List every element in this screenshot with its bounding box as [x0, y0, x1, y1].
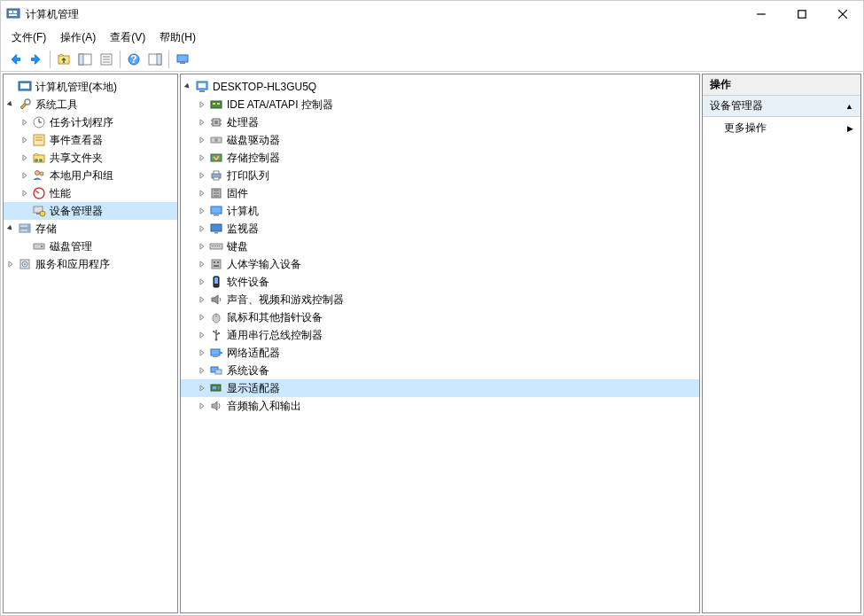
expander-icon[interactable] [195, 133, 209, 147]
up-button[interactable] [53, 49, 74, 70]
expander-icon[interactable] [195, 381, 209, 395]
expander-icon[interactable] [18, 133, 32, 147]
svg-point-31 [35, 159, 38, 162]
expander-icon[interactable] [195, 168, 209, 183]
device-ide-atapi[interactable]: IDE ATA/ATAPI 控制器 [181, 96, 699, 113]
storage-icon [18, 222, 32, 236]
svg-rect-54 [217, 103, 220, 105]
device-hid[interactable]: 人体学输入设备 [181, 255, 699, 273]
expander-icon[interactable] [18, 186, 32, 200]
expander-icon[interactable] [195, 239, 209, 253]
expander-icon[interactable] [195, 275, 209, 289]
forward-button[interactable] [26, 49, 47, 70]
device-computer[interactable]: 计算机 [181, 202, 699, 220]
expander-icon[interactable] [195, 328, 209, 342]
device-software-devices[interactable]: 软件设备 [181, 273, 699, 291]
expander-icon[interactable] [195, 97, 209, 112]
device-usb-controllers[interactable]: 通用串行总线控制器 [181, 326, 699, 344]
svg-rect-38 [36, 213, 40, 214]
tree-device-manager[interactable]: 设备管理器 [4, 202, 177, 220]
show-hide-action-pane-button[interactable] [144, 49, 166, 70]
tree-event-viewer[interactable]: 事件查看器 [4, 131, 177, 149]
tree-label: DESKTOP-HL3GU5Q [213, 81, 322, 93]
expander-icon[interactable] [195, 346, 209, 360]
back-button[interactable] [4, 49, 26, 70]
menu-file[interactable]: 文件(F) [4, 28, 53, 47]
device-sound-video-game[interactable]: 声音、视频和游戏控制器 [181, 291, 699, 308]
maximize-button[interactable] [782, 1, 822, 27]
submenu-icon: ▶ [847, 124, 853, 133]
device-computer-root[interactable]: DESKTOP-HL3GU5Q [181, 78, 699, 96]
tree-local-users[interactable]: 本地用户和组 [4, 167, 177, 184]
actions-section[interactable]: 设备管理器 ▲ [703, 96, 860, 117]
actions-section-label: 设备管理器 [710, 98, 763, 113]
tree-system-tools[interactable]: 系统工具 [4, 96, 177, 113]
expander-icon[interactable] [4, 257, 18, 271]
properties-button[interactable] [96, 49, 117, 70]
expander-icon[interactable] [4, 222, 18, 236]
device-display-adapters[interactable]: 显示适配器 [181, 379, 699, 397]
expander-icon[interactable] [195, 310, 209, 324]
expander-icon[interactable] [195, 292, 209, 307]
tree-label: 软件设备 [227, 275, 275, 290]
minimize-button[interactable] [741, 1, 782, 27]
help-button[interactable]: ? [123, 49, 144, 70]
software-device-icon [209, 275, 223, 289]
svg-rect-53 [213, 103, 215, 105]
scan-hardware-button[interactable] [172, 49, 193, 70]
menu-help[interactable]: 帮助(H) [152, 28, 203, 47]
device-system-devices[interactable]: 系统设备 [181, 362, 699, 379]
tree-task-scheduler[interactable]: 任务计划程序 [4, 113, 177, 131]
expander-icon[interactable] [18, 168, 32, 183]
speaker-icon [209, 292, 223, 307]
device-mice-pointing[interactable]: 鼠标和其他指针设备 [181, 308, 699, 326]
computer-management-icon [18, 80, 32, 94]
svg-rect-44 [34, 244, 44, 249]
svg-rect-10 [79, 54, 83, 65]
device-monitors[interactable]: 监视器 [181, 220, 699, 238]
menu-view[interactable]: 查看(V) [103, 28, 152, 47]
tree-root[interactable]: 计算机管理(本地) [4, 78, 177, 96]
svg-point-39 [40, 211, 45, 216]
tree-disk-management[interactable]: 磁盘管理 [4, 238, 177, 255]
device-network-adapters[interactable]: 网络适配器 [181, 344, 699, 362]
tree-shared-folders[interactable]: 共享文件夹 [4, 149, 177, 167]
expander-icon[interactable] [4, 97, 18, 112]
svg-rect-52 [211, 101, 222, 108]
ide-controller-icon [209, 97, 223, 112]
device-print-queues[interactable]: 打印队列 [181, 167, 699, 184]
close-button[interactable] [822, 1, 863, 27]
svg-rect-80 [219, 246, 220, 246]
expander-icon[interactable] [195, 115, 209, 129]
device-firmware[interactable]: 固件 [181, 184, 699, 202]
expander-icon[interactable] [181, 80, 195, 94]
tree-label: 声音、视频和游戏控制器 [227, 292, 349, 308]
tree-performance[interactable]: 性能 [4, 184, 177, 202]
svg-point-33 [35, 171, 40, 175]
more-actions[interactable]: 更多操作 ▶ [703, 117, 860, 139]
svg-rect-73 [211, 224, 222, 231]
svg-rect-96 [215, 370, 222, 374]
device-keyboards[interactable]: 键盘 [181, 238, 699, 255]
device-processors[interactable]: 处理器 [181, 113, 699, 131]
tools-icon [18, 97, 32, 112]
tree-storage[interactable]: 存储 [4, 220, 177, 238]
expander-icon[interactable] [195, 151, 209, 165]
tree-services-apps[interactable]: 服务和应用程序 [4, 255, 177, 273]
menu-action[interactable]: 操作(A) [53, 28, 103, 47]
device-audio-io[interactable]: 音频输入和输出 [181, 397, 699, 415]
expander-icon[interactable] [195, 222, 209, 236]
svg-text:?: ? [130, 53, 136, 66]
pc-icon [209, 204, 223, 218]
device-disk-drives[interactable]: 磁盘驱动器 [181, 131, 699, 149]
expander-icon[interactable] [195, 186, 209, 200]
expander-icon[interactable] [195, 363, 209, 378]
expander-icon[interactable] [195, 257, 209, 271]
expander-icon[interactable] [18, 115, 32, 129]
show-hide-console-tree-button[interactable] [74, 49, 96, 70]
svg-rect-3 [9, 14, 17, 16]
expander-icon[interactable] [195, 399, 209, 413]
expander-icon[interactable] [18, 151, 32, 165]
device-storage-controllers[interactable]: 存储控制器 [181, 149, 699, 167]
expander-icon[interactable] [195, 204, 209, 218]
